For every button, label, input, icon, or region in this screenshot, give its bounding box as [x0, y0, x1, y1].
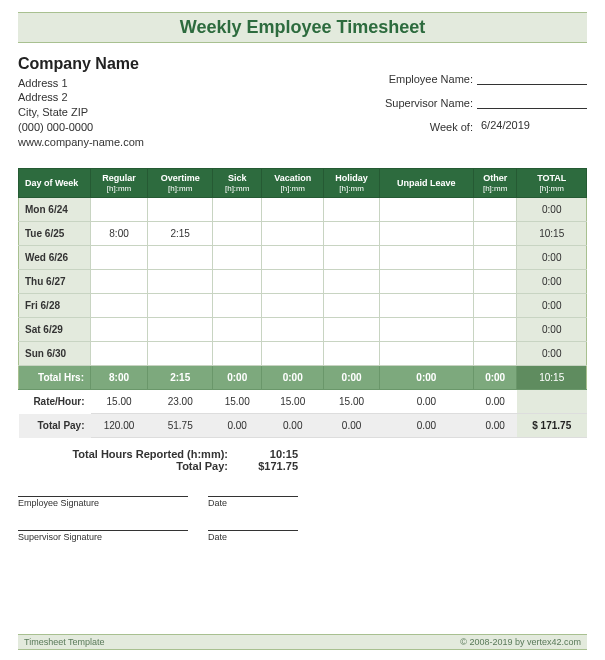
total-hrs-total: 10:15	[517, 366, 587, 390]
rate-vacation[interactable]: 15.00	[262, 390, 324, 414]
summary-hours-value: 10:15	[238, 448, 298, 460]
company-city-state-zip: City, State ZIP	[18, 105, 144, 120]
cell-other[interactable]	[473, 246, 517, 270]
cell-holiday[interactable]	[324, 294, 380, 318]
supervisor-signature-date[interactable]: Date	[208, 530, 298, 542]
cell-total: 0:00	[517, 342, 587, 366]
cell-other[interactable]	[473, 198, 517, 222]
total-hrs-holiday: 0:00	[324, 366, 380, 390]
table-row: Wed 6/260:00	[19, 246, 587, 270]
header-row: Day of Week Regular[h]:mm Overtime[h]:mm…	[19, 168, 587, 197]
cell-other[interactable]	[473, 318, 517, 342]
cell-regular[interactable]	[91, 294, 148, 318]
page-title: Weekly Employee Timesheet	[18, 17, 587, 38]
timesheet-table: Day of Week Regular[h]:mm Overtime[h]:mm…	[18, 168, 587, 438]
cell-overtime[interactable]	[148, 294, 213, 318]
cell-holiday[interactable]	[324, 342, 380, 366]
day-label: Wed 6/26	[19, 246, 91, 270]
footer-left: Timesheet Template	[24, 637, 105, 647]
cell-total: 0:00	[517, 198, 587, 222]
cell-total: 0:00	[517, 246, 587, 270]
cell-regular[interactable]	[91, 246, 148, 270]
rate-other[interactable]: 0.00	[473, 390, 517, 414]
day-label: Mon 6/24	[19, 198, 91, 222]
cell-vacation[interactable]	[262, 222, 324, 246]
col-overtime: Overtime[h]:mm	[148, 168, 213, 197]
table-row: Tue 6/258:002:1510:15	[19, 222, 587, 246]
cell-overtime[interactable]: 2:15	[148, 222, 213, 246]
cell-vacation[interactable]	[262, 270, 324, 294]
cell-overtime[interactable]	[148, 246, 213, 270]
cell-unpaid[interactable]	[379, 294, 473, 318]
cell-other[interactable]	[473, 294, 517, 318]
cell-holiday[interactable]	[324, 246, 380, 270]
cell-regular[interactable]	[91, 342, 148, 366]
rate-sick[interactable]: 15.00	[213, 390, 262, 414]
pay-label: Total Pay:	[19, 414, 91, 438]
cell-sick[interactable]	[213, 222, 262, 246]
cell-vacation[interactable]	[262, 246, 324, 270]
cell-overtime[interactable]	[148, 318, 213, 342]
cell-sick[interactable]	[213, 342, 262, 366]
cell-unpaid[interactable]	[379, 198, 473, 222]
cell-other[interactable]	[473, 270, 517, 294]
title-bar: Weekly Employee Timesheet	[18, 12, 587, 43]
cell-other[interactable]	[473, 342, 517, 366]
total-hrs-label: Total Hrs:	[19, 366, 91, 390]
company-address2: Address 2	[18, 90, 144, 105]
rate-holiday[interactable]: 15.00	[324, 390, 380, 414]
cell-total: 10:15	[517, 222, 587, 246]
cell-total: 0:00	[517, 294, 587, 318]
cell-unpaid[interactable]	[379, 342, 473, 366]
cell-regular[interactable]	[91, 318, 148, 342]
supervisor-name-label: Supervisor Name:	[385, 97, 473, 109]
cell-regular[interactable]	[91, 270, 148, 294]
employee-signature-block: Employee Signature Date	[18, 496, 587, 508]
cell-sick[interactable]	[213, 294, 262, 318]
rate-regular[interactable]: 15.00	[91, 390, 148, 414]
company-info: Company Name Address 1 Address 2 City, S…	[18, 53, 144, 150]
supervisor-name-field[interactable]	[477, 95, 587, 109]
total-hrs-overtime: 2:15	[148, 366, 213, 390]
cell-unpaid[interactable]	[379, 318, 473, 342]
employee-name-field[interactable]	[477, 71, 587, 85]
cell-holiday[interactable]	[324, 222, 380, 246]
cell-overtime[interactable]	[148, 342, 213, 366]
cell-overtime[interactable]	[148, 270, 213, 294]
cell-unpaid[interactable]	[379, 270, 473, 294]
cell-holiday[interactable]	[324, 198, 380, 222]
pay-sick: 0.00	[213, 414, 262, 438]
cell-sick[interactable]	[213, 270, 262, 294]
pay-regular: 120.00	[91, 414, 148, 438]
footer-bar: Timesheet Template © 2008-2019 by vertex…	[18, 634, 587, 650]
cell-unpaid[interactable]	[379, 246, 473, 270]
employee-signature-date[interactable]: Date	[208, 496, 298, 508]
cell-vacation[interactable]	[262, 198, 324, 222]
pay-holiday: 0.00	[324, 414, 380, 438]
cell-vacation[interactable]	[262, 318, 324, 342]
cell-sick[interactable]	[213, 318, 262, 342]
cell-regular[interactable]	[91, 198, 148, 222]
cell-other[interactable]	[473, 222, 517, 246]
supervisor-signature-line[interactable]: Supervisor Signature	[18, 530, 188, 542]
total-hrs-unpaid: 0:00	[379, 366, 473, 390]
cell-holiday[interactable]	[324, 270, 380, 294]
employee-signature-line[interactable]: Employee Signature	[18, 496, 188, 508]
supervisor-signature-block: Supervisor Signature Date	[18, 530, 587, 542]
employee-name-label: Employee Name:	[389, 73, 473, 85]
cell-overtime[interactable]	[148, 198, 213, 222]
cell-regular[interactable]: 8:00	[91, 222, 148, 246]
col-vacation: Vacation[h]:mm	[262, 168, 324, 197]
cell-sick[interactable]	[213, 198, 262, 222]
cell-holiday[interactable]	[324, 318, 380, 342]
day-label: Sat 6/29	[19, 318, 91, 342]
cell-vacation[interactable]	[262, 342, 324, 366]
summary-pay-label: Total Pay:	[58, 460, 238, 472]
cell-unpaid[interactable]	[379, 222, 473, 246]
rate-unpaid[interactable]: 0.00	[379, 390, 473, 414]
summary-pay-value: $171.75	[238, 460, 298, 472]
cell-sick[interactable]	[213, 246, 262, 270]
rate-overtime[interactable]: 23.00	[148, 390, 213, 414]
pay-unpaid: 0.00	[379, 414, 473, 438]
cell-vacation[interactable]	[262, 294, 324, 318]
